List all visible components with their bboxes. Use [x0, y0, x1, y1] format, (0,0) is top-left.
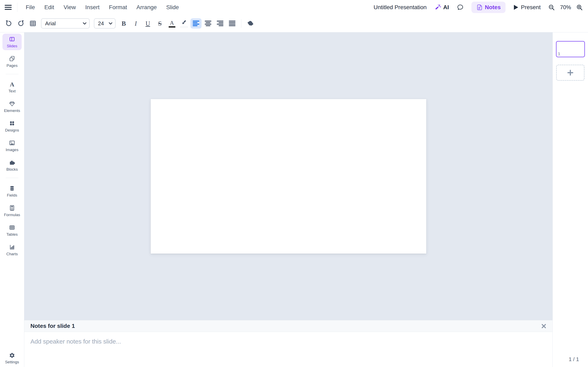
close-icon: [541, 324, 546, 329]
zoom-in-icon: [576, 4, 583, 11]
editor-canvas: [24, 33, 553, 320]
magic-wand-icon: [434, 4, 441, 11]
ai-button[interactable]: AI: [434, 4, 449, 11]
sidebar-item-charts[interactable]: Charts: [2, 242, 22, 258]
sidebar-item-slides[interactable]: Slides: [2, 34, 22, 50]
text-color-button[interactable]: A: [166, 18, 177, 29]
sidebar-item-fields[interactable]: Fields: [2, 183, 22, 200]
align-left-icon: [192, 20, 199, 26]
underline-button[interactable]: U: [142, 18, 153, 29]
align-justify-icon: [229, 20, 236, 26]
strikethrough-button[interactable]: S: [154, 18, 165, 29]
tables-icon: [9, 224, 16, 231]
menu-bar: File Edit View Insert Format Arrange Sli…: [0, 0, 588, 15]
slide-canvas[interactable]: [151, 99, 426, 254]
sidebar-item-label: Designs: [5, 128, 19, 133]
undo-button[interactable]: [3, 18, 14, 29]
page-indicator: 1 / 1: [569, 356, 579, 363]
align-right-button[interactable]: [215, 18, 226, 29]
slide-number: 1: [558, 51, 561, 56]
text-color-swatch: [169, 26, 175, 27]
sidebar-item-pages[interactable]: Pages: [2, 53, 22, 70]
menu-slide[interactable]: Slide: [162, 0, 183, 15]
insert-table-button[interactable]: [27, 18, 38, 29]
present-button[interactable]: Present: [513, 4, 541, 11]
hamburger-menu-button[interactable]: [2, 0, 14, 15]
gear-icon: [9, 352, 15, 359]
slide-thumbnail-1[interactable]: 1: [556, 41, 585, 57]
add-slide-button[interactable]: [556, 65, 585, 81]
eraser-icon: [247, 20, 254, 27]
paintbrush-icon: [181, 20, 187, 25]
sidebar-item-label: Tables: [7, 232, 18, 237]
sidebar-item-label: Formulas: [4, 213, 20, 217]
sidebar-item-label: Slides: [7, 44, 17, 48]
sidebar-item-designs[interactable]: Designs: [2, 118, 22, 134]
sidebar-divider: [6, 74, 18, 74]
strikethrough-label: S: [158, 20, 162, 27]
hamburger-icon: [5, 5, 12, 10]
sidebar-item-blocks[interactable]: Blocks: [2, 157, 22, 174]
sidebar-item-label: Images: [6, 148, 18, 152]
calculator-icon: [9, 205, 16, 211]
speaker-notes-input[interactable]: [24, 332, 551, 367]
italic-button[interactable]: I: [130, 18, 141, 29]
play-icon: [513, 4, 519, 10]
slides-icon: [9, 36, 16, 42]
close-notes-button[interactable]: [541, 324, 546, 329]
sidebar-item-tables[interactable]: Tables: [2, 222, 22, 239]
zoom-in-button[interactable]: [576, 4, 583, 11]
ai-button-label: AI: [443, 4, 449, 11]
zoom-out-button[interactable]: [548, 4, 555, 11]
notes-button-label: Notes: [485, 4, 501, 11]
font-size-select[interactable]: 24: [94, 19, 115, 28]
comment-bubble-icon: [457, 4, 464, 11]
bold-button[interactable]: B: [118, 18, 129, 29]
present-button-label: Present: [521, 4, 541, 11]
sidebar-item-label: Blocks: [6, 167, 18, 172]
sidebar-item-elements[interactable]: Elements: [2, 98, 22, 115]
table-grid-icon: [29, 20, 36, 27]
sidebar-item-label: Pages: [7, 63, 17, 68]
sidebar-item-label: Settings: [5, 360, 19, 364]
formatting-toolbar: Arial 24 B I U S A: [0, 15, 588, 33]
sidebar-item-images[interactable]: Images: [2, 137, 22, 154]
text-icon: A: [10, 81, 14, 87]
sidebar-item-text[interactable]: A Text: [2, 79, 22, 95]
sidebar-item-settings[interactable]: Settings: [2, 350, 22, 366]
highlight-color-button[interactable]: [178, 18, 190, 29]
menu-insert[interactable]: Insert: [81, 0, 104, 15]
notes-document-icon: [476, 4, 483, 11]
image-icon: [9, 140, 16, 146]
left-sidebar: Slides Pages A Text Elements De: [0, 33, 24, 367]
menu-file[interactable]: File: [21, 0, 40, 15]
sidebar-item-label: Text: [9, 89, 16, 93]
text-color-label: A: [170, 20, 174, 25]
slide-thumbnails-panel: 1 1 / 1: [553, 33, 588, 367]
menu-view[interactable]: View: [59, 0, 80, 15]
font-family-select[interactable]: Arial: [42, 19, 89, 28]
sidebar-item-formulas[interactable]: Formulas: [2, 202, 22, 219]
menu-edit[interactable]: Edit: [40, 0, 59, 15]
bar-chart-icon: [9, 244, 16, 250]
notes-toggle-button[interactable]: Notes: [471, 2, 506, 13]
toolbar-divider: [241, 19, 241, 28]
align-center-icon: [205, 20, 212, 26]
align-left-button[interactable]: [190, 18, 201, 29]
bold-label: B: [122, 20, 126, 27]
sidebar-item-label: Fields: [7, 193, 17, 198]
align-center-button[interactable]: [203, 18, 214, 29]
align-right-icon: [217, 20, 224, 26]
sidebar-item-label: Charts: [6, 252, 18, 256]
comments-button[interactable]: [457, 4, 464, 11]
highlight-color-swatch: [181, 26, 188, 28]
align-justify-button[interactable]: [227, 18, 238, 29]
notes-panel: Notes for slide 1: [24, 320, 553, 367]
document-title[interactable]: Untitled Presentation: [374, 4, 427, 11]
clear-formatting-button[interactable]: [245, 18, 256, 29]
menu-format[interactable]: Format: [104, 0, 132, 15]
menu-arrange[interactable]: Arrange: [132, 0, 162, 15]
zoom-level: 70%: [560, 4, 571, 11]
redo-icon: [17, 20, 25, 27]
redo-button[interactable]: [15, 18, 26, 29]
